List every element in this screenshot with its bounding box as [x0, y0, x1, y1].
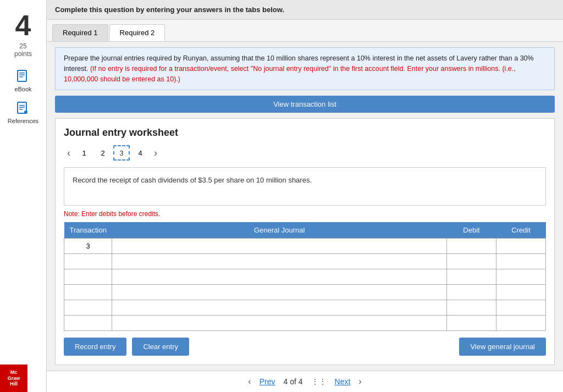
debit-cell[interactable] [447, 316, 496, 331]
table-row [64, 254, 546, 269]
footer-next-arrow[interactable]: › [358, 377, 361, 387]
clear-entry-button[interactable]: Clear entry [132, 338, 189, 356]
view-general-journal-button[interactable]: View general journal [459, 338, 546, 356]
sidebar-item-ebook[interactable]: eBook [14, 69, 31, 92]
table-row [64, 316, 546, 331]
record-entry-button[interactable]: Record entry [64, 338, 126, 356]
view-transaction-button[interactable]: View transaction list [55, 96, 555, 113]
col-header-general-journal: General Journal [112, 222, 447, 239]
journal-table: Transaction General Journal Debit Credit… [64, 222, 546, 331]
page-4[interactable]: 4 [132, 145, 148, 161]
transaction-cell: 3 [64, 239, 112, 254]
credit-cell[interactable] [496, 254, 546, 269]
col-header-transaction: Transaction [64, 222, 112, 239]
credit-cell[interactable] [496, 300, 546, 316]
debit-input[interactable] [447, 239, 496, 253]
debit-input[interactable] [447, 316, 496, 330]
credit-input[interactable] [496, 269, 545, 284]
general-journal-cell[interactable] [112, 300, 447, 316]
col-header-debit: Debit [447, 222, 496, 239]
page-2[interactable]: 2 [95, 145, 111, 161]
general-journal-input[interactable] [112, 285, 446, 300]
credit-input[interactable] [496, 254, 545, 269]
transaction-cell [64, 316, 112, 331]
debit-cell[interactable] [447, 285, 496, 300]
page-1[interactable]: 1 [76, 145, 92, 161]
question-number: 4 [15, 5, 31, 42]
svg-rect-2 [19, 75, 25, 76]
info-box: Prepare the journal entries required by … [55, 47, 555, 90]
general-journal-cell[interactable] [112, 239, 447, 254]
svg-rect-0 [18, 70, 26, 81]
general-journal-cell[interactable] [112, 285, 447, 300]
credit-input[interactable] [496, 285, 545, 300]
next-link[interactable]: Next [335, 377, 351, 386]
note-text: Note: Enter debits before credits. [64, 210, 546, 218]
prev-page-arrow[interactable]: ‹ [64, 146, 74, 160]
general-journal-input[interactable] [112, 254, 446, 269]
svg-rect-3 [19, 76, 23, 78]
transaction-cell [64, 300, 112, 316]
table-row: 3 [64, 239, 546, 254]
general-journal-cell[interactable] [112, 316, 447, 331]
transaction-cell [64, 285, 112, 300]
credit-cell[interactable] [496, 269, 546, 285]
credit-cell[interactable] [496, 316, 546, 331]
svg-rect-1 [19, 73, 25, 74]
credit-cell[interactable] [496, 239, 546, 254]
ebook-label: eBook [14, 86, 31, 92]
worksheet-container: Journal entry worksheet ‹ 1 2 3 4 › Reco… [55, 118, 555, 365]
mcgraw-hill-logo: Mc Graw Hill [0, 365, 27, 392]
general-journal-input[interactable] [112, 239, 446, 253]
debit-input[interactable] [447, 285, 496, 300]
grid-icon[interactable]: ⋮⋮ [311, 377, 327, 386]
page-info: 4 of 4 [283, 377, 302, 386]
transaction-cell [64, 269, 112, 285]
svg-rect-6 [19, 107, 25, 108]
credit-input[interactable] [496, 316, 545, 330]
debit-input[interactable] [447, 254, 496, 269]
table-row [64, 300, 546, 316]
transaction-cell [64, 254, 112, 269]
worksheet-title: Journal entry worksheet [64, 127, 546, 139]
svg-rect-7 [19, 109, 23, 110]
tab-required-1[interactable]: Required 1 [52, 24, 108, 41]
info-red-text: (If no entry is required for a transacti… [64, 65, 516, 83]
debit-cell[interactable] [447, 300, 496, 316]
col-header-credit: Credit [496, 222, 546, 239]
table-row [64, 285, 546, 300]
credit-cell[interactable] [496, 285, 546, 300]
debit-input[interactable] [447, 269, 496, 284]
description-box: Record the receipt of cash dividends of … [64, 167, 546, 206]
instruction-bar: Complete this question by entering your … [47, 0, 563, 20]
general-journal-cell[interactable] [112, 254, 447, 269]
ebook-icon [15, 69, 31, 84]
debit-cell[interactable] [447, 269, 496, 285]
debit-cell[interactable] [447, 254, 496, 269]
general-journal-input[interactable] [112, 269, 446, 284]
tabs-bar: Required 1 Required 2 [47, 20, 563, 42]
references-label: References [8, 118, 38, 124]
tab-required-2[interactable]: Required 2 [109, 24, 165, 41]
debit-cell[interactable] [447, 239, 496, 254]
prev-link[interactable]: Prev [260, 377, 275, 386]
svg-rect-5 [19, 105, 25, 106]
table-row [64, 269, 546, 285]
page-3[interactable]: 3 [113, 145, 130, 161]
sidebar-item-references[interactable]: References [8, 101, 38, 124]
bottom-buttons: Record entry Clear entry View general jo… [64, 338, 546, 358]
footer-prev-arrow[interactable]: ‹ [248, 377, 251, 387]
points-label: 25 points [14, 42, 32, 58]
next-page-arrow[interactable]: › [151, 146, 161, 160]
svg-rect-8 [24, 111, 27, 114]
credit-input[interactable] [496, 300, 545, 315]
pagination: ‹ 1 2 3 4 › [64, 145, 546, 161]
footer-nav: ‹ Prev 4 of 4 ⋮⋮ Next › [47, 371, 563, 392]
debit-input[interactable] [447, 300, 496, 315]
general-journal-input[interactable] [112, 300, 446, 315]
references-icon [15, 101, 31, 116]
general-journal-cell[interactable] [112, 269, 447, 285]
credit-input[interactable] [496, 239, 545, 253]
general-journal-input[interactable] [112, 316, 446, 330]
